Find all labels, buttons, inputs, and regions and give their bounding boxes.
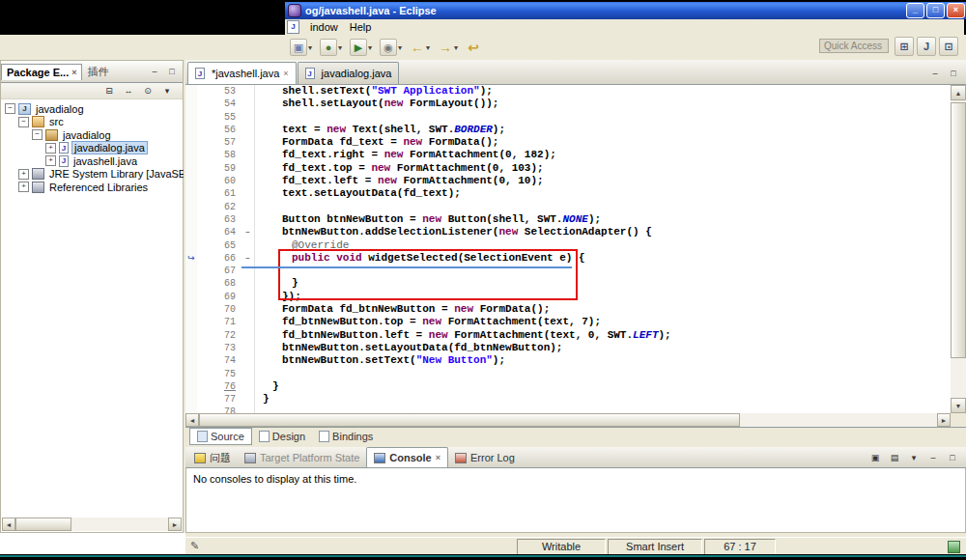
open-console-icon[interactable]: ▾ [906,450,922,464]
code-line[interactable]: 61text.setLayoutData(fd_text); [185,187,951,200]
expander-icon[interactable]: + [45,155,56,166]
tab-bindings[interactable]: Bindings [312,429,380,444]
collapse-all-icon[interactable]: ⊟ [101,84,117,98]
code-line[interactable]: 54shell.setLayout(new FormLayout()); [185,98,951,110]
debug-perspective-icon[interactable]: ⊡ [939,37,958,56]
expander-icon[interactable]: + [18,169,29,180]
tree-item[interactable]: −src [1,116,183,129]
pin-console-icon[interactable]: ▣ [867,450,883,464]
focus-icon[interactable]: ⊙ [140,84,156,98]
code-line[interactable]: 67 [185,265,951,277]
code-line[interactable]: 68} [185,277,951,290]
code-line[interactable]: 76} [185,380,951,393]
code-line[interactable]: 74btnNewButton.setText("New Button"); [185,354,951,367]
scroll-left-icon[interactable]: ◄ [2,518,15,531]
search-button[interactable]: ◉▾ [378,37,404,58]
editor-hscrollbar[interactable]: ◄ ► [185,413,951,427]
dropdown-caret-icon[interactable]: ▾ [308,43,312,52]
run-button[interactable]: ▶▾ [348,37,374,58]
editor-tab[interactable]: J*javashell.java× [187,62,297,84]
scroll-right-icon[interactable]: ► [168,518,182,531]
code-line[interactable]: 78 [185,406,951,413]
editor-vscrollbar[interactable]: ▲ ▼ [951,85,966,413]
code-line[interactable]: 69}); [185,291,951,303]
code-line[interactable]: 75 [185,368,951,380]
code-line[interactable]: 64−btnNewButton.addSelectionListener(new… [185,226,951,238]
close-icon[interactable]: × [71,68,76,77]
code-line[interactable]: 55 [185,111,951,124]
minimize-editor-icon[interactable]: – [927,66,943,80]
scroll-right-icon[interactable]: ► [937,413,951,427]
minimize-view-icon[interactable]: – [147,65,162,79]
maximize-editor-icon[interactable]: □ [946,66,961,80]
close-button[interactable]: × [947,3,965,18]
explorer-hscrollbar[interactable]: ◄ ► [2,518,182,531]
menu-item-help[interactable]: Help [344,20,378,34]
scrollbar-thumb[interactable] [199,413,740,427]
view-tab-error-log[interactable]: Error Log [448,448,522,467]
expander-icon[interactable]: + [45,143,56,154]
code-line[interactable]: 73btnNewButton.setLayoutData(fd_btnNewBu… [185,342,951,354]
scroll-up-icon[interactable]: ▲ [951,85,966,100]
tree-item[interactable]: +Referenced Libraries [1,181,183,194]
fold-collapse-icon[interactable]: − [242,252,255,265]
minimize-button[interactable]: _ [906,3,924,18]
expander-icon[interactable]: − [32,129,43,140]
code-line[interactable]: 60fd_text.left = new FormAttachment(0, 1… [185,175,951,187]
dropdown-caret-icon[interactable]: ▾ [368,43,372,52]
code-lines[interactable]: 53shell.setText("SWT Application");54she… [185,85,951,413]
code-line[interactable]: 58fd_text.right = new FormAttachment(0, … [185,149,951,161]
tree-item[interactable]: −javadialog [1,128,183,142]
open-perspective-icon[interactable]: ⊞ [895,37,914,56]
expander-icon[interactable]: − [18,117,29,127]
code-line[interactable]: 62 [185,201,951,213]
view-tab-plugins[interactable]: 插件 [82,63,113,81]
code-line[interactable]: 72fd_btnNewButton.left = new FormAttachm… [185,329,951,342]
code-line[interactable]: 65@Override [185,239,951,252]
display-selected-console-icon[interactable]: ▤ [887,450,902,464]
quick-access-input[interactable]: Quick Access [819,39,889,53]
expander-icon[interactable]: + [18,182,29,192]
code-line[interactable]: 56text = new Text(shell, SWT.BORDER); [185,124,951,136]
fold-collapse-icon[interactable]: − [242,226,255,238]
dropdown-caret-icon[interactable]: ▾ [454,43,458,52]
code-line[interactable]: 71fd_btnNewButton.top = new FormAttachme… [185,316,951,328]
tree-item[interactable]: +Jjavashell.java [1,154,183,168]
tree-item[interactable]: +JRE System Library [JavaSE-1. [1,168,183,182]
expander-icon[interactable]: − [5,103,15,114]
dropdown-caret-icon[interactable]: ▾ [338,43,342,52]
tab-design[interactable]: Design [252,429,312,444]
maximize-view-icon[interactable]: □ [164,65,180,79]
view-tab-package-explorer[interactable]: Package E...× [1,64,82,80]
tree-item[interactable]: +Jjavadialog.java [1,142,183,155]
code-line[interactable]: 77} [185,393,951,406]
debug-button[interactable]: ●▾ [318,37,344,58]
dropdown-caret-icon[interactable]: ▾ [426,43,430,52]
back-button[interactable]: ←▾ [408,38,432,57]
title-bar[interactable]: og/javashell.java - Eclipse _□× [285,2,966,19]
java-perspective-icon[interactable]: J [917,37,936,56]
code-line[interactable]: 63Button btnNewButton = new Button(shell… [185,213,951,226]
new-wizard-button[interactable]: ▣▾ [288,37,314,58]
dropdown-caret-icon[interactable]: ▾ [398,43,402,52]
scroll-left-icon[interactable]: ◄ [185,413,199,427]
restore-button[interactable]: □ [926,3,945,18]
forward-button[interactable]: →▾ [436,38,460,57]
menu-item-indow[interactable]: indow [304,20,344,34]
last-edit-location-button[interactable]: ↩ [464,38,483,57]
scrollbar-thumb[interactable] [15,518,71,531]
close-icon[interactable]: × [283,69,288,78]
code-line[interactable]: 70FormData fd_btnNewButton = new FormDat… [185,303,951,316]
editor-tab[interactable]: Jjavadialog.java [298,62,400,84]
tab-source[interactable]: Source [189,428,252,445]
view-tab-target[interactable]: Target Platform State [238,448,366,467]
code-line[interactable]: ↪66−public void widgetSelected(Selection… [185,252,951,265]
minimize-panel-icon[interactable]: – [925,450,941,464]
maximize-panel-icon[interactable]: □ [945,450,960,464]
code-line[interactable]: 53shell.setText("SWT Application"); [185,85,951,98]
code-line[interactable]: 59fd_text.top = new FormAttachment(0, 10… [185,162,951,175]
code-line[interactable]: 57FormData fd_text = new FormData(); [185,136,951,149]
view-tab-console[interactable]: Console× [366,447,448,467]
view-tab-problems[interactable]: 问题 [187,448,238,467]
scrollbar-thumb[interactable] [951,102,966,358]
